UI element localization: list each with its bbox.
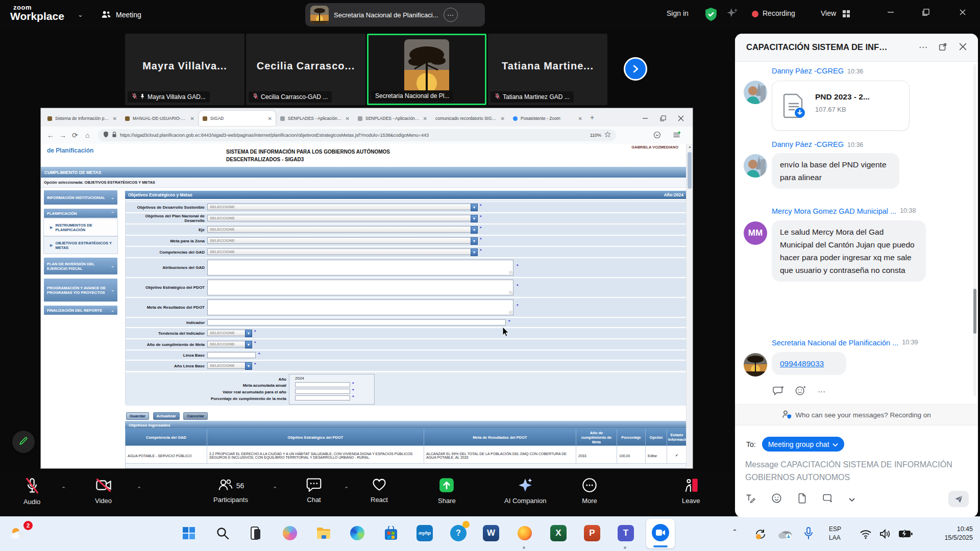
avatar[interactable] [744, 81, 767, 104]
browser-tab[interactable]: comunicado recordatorio SIGAD 20✕ [432, 111, 508, 126]
taskbar-file-explorer-button[interactable] [313, 523, 334, 543]
send-button[interactable] [948, 491, 969, 507]
message-bubble[interactable]: envío la base del PND vigente para aline… [772, 153, 899, 189]
sidebar-item-planificacion[interactable]: PLANIFICACIÓN⌃ [43, 208, 118, 218]
tray-onedrive-icon[interactable] [778, 529, 792, 541]
competencias-select[interactable]: SELECCIONE [207, 248, 478, 255]
add-reaction-icon[interactable] [795, 386, 806, 398]
taskbar-start-button[interactable] [179, 523, 199, 543]
meeting-options-icon[interactable]: ⋯ [444, 8, 458, 22]
reply-in-thread-icon[interactable] [773, 386, 784, 398]
taskbar-edge-button[interactable] [347, 523, 368, 543]
chat-scrollbar[interactable] [973, 64, 976, 396]
avatar-initials[interactable]: MM [744, 221, 767, 245]
next-participants-button[interactable] [624, 57, 647, 81]
participant-tile-active-speaker[interactable]: Secretaria Nacional de Pl... [367, 34, 486, 105]
ods-select[interactable]: SELECCIONE [207, 204, 478, 210]
tab-meeting[interactable]: Meeting [101, 6, 141, 23]
screenshot-icon[interactable] [822, 493, 834, 506]
cancelar-button[interactable]: Cancelar [183, 412, 208, 420]
pop-out-icon[interactable] [938, 42, 947, 54]
tray-expand-chevron-icon[interactable]: ⌃ [732, 528, 738, 536]
taskbar-copilot-button[interactable] [280, 523, 300, 543]
message-bubble[interactable]: Le salud Mercy Mora del Gad Municipal de… [772, 220, 926, 282]
actualizar-button[interactable]: Actualizar [153, 412, 180, 420]
view-button[interactable]: View [821, 9, 836, 17]
participant-tile[interactable]: Cecilia Carrasco... Cecilia Carrasco-GAD… [246, 34, 365, 105]
tray-update-icon[interactable] [754, 528, 767, 542]
taskbar-task-view-button[interactable] [246, 523, 266, 543]
video-button[interactable]: Video [95, 478, 112, 505]
more-button[interactable]: More [582, 478, 597, 505]
taskbar-powerpoint-button[interactable]: P [582, 523, 602, 543]
sender-name[interactable]: Danny Páez -CGREG [772, 140, 844, 148]
editar-link[interactable]: Editar [646, 446, 667, 466]
attach-file-icon[interactable] [797, 493, 807, 506]
meta-acumulada-input[interactable] [295, 382, 350, 387]
more-actions-icon[interactable]: ⋯ [818, 387, 825, 396]
tray-language-indicator[interactable]: ESPLAA [829, 525, 841, 542]
tab-close-icon[interactable]: ✕ [346, 116, 350, 121]
browser-tab[interactable]: Sistema de Información para lo✕ [44, 111, 120, 126]
chat-options-chevron-icon[interactable]: ⌃ [344, 486, 349, 492]
home-icon[interactable]: ⌂ [85, 131, 89, 139]
taskbar-zoom-button-active[interactable] [646, 519, 675, 548]
browser-minimize-icon[interactable] [642, 114, 648, 123]
eje-select[interactable]: SELECCIONE [207, 226, 478, 233]
phone-link[interactable]: 0994489033 [780, 359, 824, 368]
chat-close-icon[interactable] [959, 42, 967, 53]
sender-name[interactable]: Secretaria Nacional de Planificación ... [772, 339, 898, 347]
atribuciones-textarea[interactable] [207, 260, 513, 276]
linea-base-input[interactable] [207, 352, 256, 358]
browser-tab-active[interactable]: SIGAD✕ [199, 111, 276, 126]
porcentaje-input[interactable] [295, 395, 350, 400]
browser-tab[interactable]: Posasistente - Zoom✕ [509, 111, 586, 126]
opnd-select-arrow-icon[interactable]: ▼ [471, 215, 478, 222]
audio-button[interactable]: Audio [23, 478, 40, 506]
taskbar-search-button[interactable] [212, 523, 233, 543]
workspace-chevron-down-icon[interactable]: ⌄ [78, 11, 83, 18]
taskbar-firefox-button[interactable] [514, 523, 535, 543]
scroll-up-icon[interactable]: ▲ [688, 145, 692, 148]
tab-close-icon[interactable]: ✕ [113, 116, 117, 121]
chat-more-icon[interactable]: ⋯ [919, 42, 927, 53]
video-options-chevron-icon[interactable]: ⌃ [137, 486, 141, 492]
annotate-button[interactable] [12, 431, 35, 453]
reload-icon[interactable]: ⟳ [72, 131, 78, 139]
participant-tile[interactable]: Tatiana Martine... Tatiana Martinez GAD … [488, 34, 607, 105]
audio-options-chevron-icon[interactable]: ⌃ [61, 486, 66, 492]
valor-real-input[interactable] [295, 389, 350, 394]
leave-button[interactable]: Leave [682, 478, 700, 505]
message-bubble[interactable]: 0994489033 [772, 352, 846, 375]
anio-linea-base-select-arrow-icon[interactable]: ▼ [245, 362, 252, 370]
sender-name[interactable]: Danny Páez -CGREG [772, 67, 844, 75]
ai-companion-button[interactable]: AI Companion [504, 478, 546, 505]
tray-clock[interactable]: 10:45 15/5/2025 [944, 525, 973, 542]
tray-wifi-icon[interactable] [860, 529, 872, 541]
tendencia-select-arrow-icon[interactable]: ▼ [245, 330, 252, 337]
menu-icon[interactable] [673, 131, 680, 141]
sidebar-item-finalizacion[interactable]: FINALIZACIÓN DEL REPORTE⌄ [43, 305, 118, 315]
close-button[interactable] [959, 8, 967, 18]
chat-scrollbar-thumb[interactable] [973, 289, 976, 334]
indicador-input[interactable] [207, 319, 506, 325]
participant-tile[interactable]: Mayra Villalva... Mayra Villalva GAD... [125, 34, 244, 105]
tracking-shield-icon[interactable] [103, 131, 109, 140]
participants-button[interactable]: 56 Participants [213, 478, 248, 504]
active-meeting-tab[interactable]: Secretaria Nacional de Planificaci... ⋯ [305, 3, 485, 27]
chat-button[interactable]: Chat [306, 478, 322, 504]
tray-battery-icon[interactable] [898, 530, 913, 540]
page-zoom-badge[interactable]: 110% [590, 133, 601, 138]
bookmark-star-icon[interactable] [604, 131, 611, 140]
sidebar-item-informacion[interactable]: INFORMACIÓN INSTITUCIONAL⌄ [43, 190, 118, 205]
browser-close-icon[interactable] [678, 114, 684, 123]
tab-close-icon[interactable]: ✕ [501, 116, 505, 121]
taskbar-myhp-button[interactable]: myhp [414, 523, 435, 543]
sidebar-item-plan-inversion[interactable]: PLAN DE INVERSIÓN DEL EJERCICIO FISCAL⌄ [43, 257, 118, 275]
forward-icon[interactable]: → [59, 131, 66, 139]
taskbar-store-button[interactable] [381, 523, 401, 543]
back-icon[interactable]: ← [47, 131, 54, 139]
meta-zona-select[interactable]: SELECCIONE [207, 237, 478, 244]
new-tab-button[interactable]: + [590, 113, 594, 121]
objetivo-pdot-textarea[interactable] [207, 280, 513, 295]
